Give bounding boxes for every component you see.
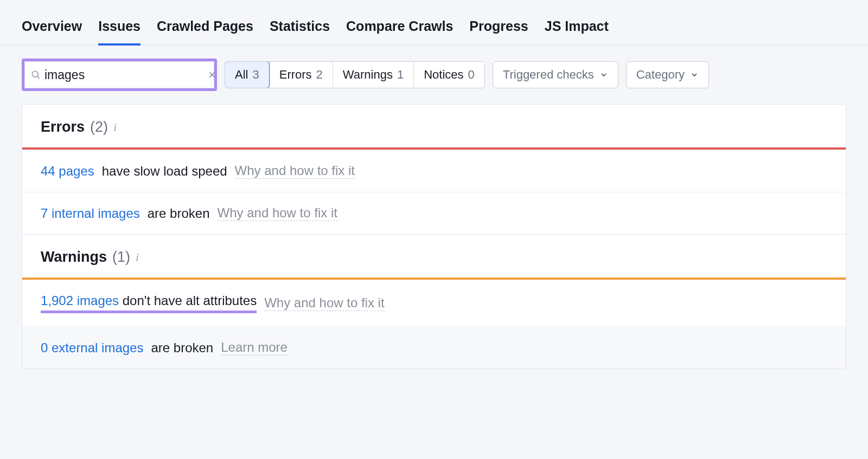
filter-warnings-count: 1 [397,68,404,82]
svg-line-1 [37,76,40,79]
main-tabs: Overview Issues Crawled Pages Statistics… [0,0,868,46]
issues-panel: Errors (2) i 44 pages have slow load spe… [22,104,846,369]
errors-title: Errors [41,119,85,135]
filter-errors-label: Errors [279,68,312,82]
search-highlight [22,59,217,91]
issue-link[interactable]: 7 internal images [41,206,140,221]
issue-text: don't have alt attributes [123,293,257,308]
triggered-checks-dropdown[interactable]: Triggered checks [493,61,618,88]
filter-all[interactable]: All 3 [225,61,270,88]
issue-link[interactable]: 44 pages [41,164,94,179]
filter-errors[interactable]: Errors 2 [269,62,333,88]
highlighted-issue: 1,902 images don't have alt attributes [41,293,257,313]
info-icon[interactable]: i [136,250,139,264]
issue-row: 7 internal images are broken Why and how… [22,192,846,234]
chevron-down-icon [599,70,608,79]
errors-count: (2) [90,119,108,135]
errors-section-header: Errors (2) i [22,105,846,147]
info-icon[interactable]: i [113,120,117,134]
tab-statistics[interactable]: Statistics [270,11,330,45]
filter-notices-label: Notices [424,68,463,82]
issue-hint[interactable]: Why and how to fix it [264,295,384,311]
issue-row: 1,902 images don't have alt attributes W… [22,280,846,326]
category-dropdown[interactable]: Category [626,61,709,88]
warnings-count: (1) [112,249,130,266]
severity-filter: All 3 Errors 2 Warnings 1 Notices 0 [225,61,485,88]
filter-warnings-label: Warnings [343,68,393,82]
tab-compare-crawls[interactable]: Compare Crawls [346,11,453,45]
clear-icon[interactable] [208,70,216,79]
issue-hint[interactable]: Why and how to fix it [235,163,355,179]
filter-notices-count: 0 [468,68,475,82]
tab-progress[interactable]: Progress [469,11,528,45]
svg-point-0 [32,71,38,77]
issue-row: 0 external images are broken Learn more [22,326,846,369]
triggered-checks-label: Triggered checks [503,68,594,82]
search-box[interactable] [24,61,214,88]
tab-issues[interactable]: Issues [98,11,141,45]
warnings-title: Warnings [41,249,107,266]
filter-errors-count: 2 [316,68,323,82]
issue-row: 44 pages have slow load speed Why and ho… [22,150,846,192]
issue-hint[interactable]: Why and how to fix it [218,205,337,221]
tab-overview[interactable]: Overview [22,11,82,45]
filter-warnings[interactable]: Warnings 1 [333,62,413,88]
issue-hint[interactable]: Learn more [221,340,288,355]
category-label: Category [636,68,685,82]
filter-toolbar: All 3 Errors 2 Warnings 1 Notices 0 Trig… [0,46,868,104]
search-input[interactable] [41,68,208,82]
filter-notices[interactable]: Notices 0 [413,62,484,88]
search-icon [30,69,41,80]
issue-text: are broken [151,340,213,355]
chevron-down-icon [690,70,699,79]
tab-crawled-pages[interactable]: Crawled Pages [157,11,253,45]
filter-all-count: 3 [252,68,259,82]
warnings-section-header: Warnings (1) i [22,234,846,277]
issue-link[interactable]: 1,902 images [41,293,119,308]
tab-js-impact[interactable]: JS Impact [545,11,609,45]
filter-all-label: All [235,68,248,82]
issue-text: have slow load speed [102,164,227,179]
issue-link[interactable]: 0 external images [41,340,143,355]
issue-text: are broken [148,206,210,221]
